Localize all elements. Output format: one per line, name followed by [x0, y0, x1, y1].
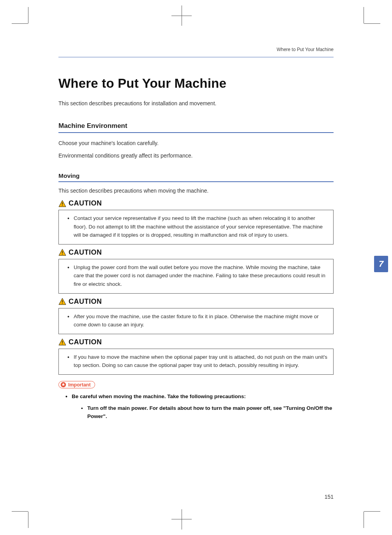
- important-lead: Be careful when moving the machine. Take…: [72, 393, 246, 399]
- caution-label: CAUTION: [58, 338, 334, 346]
- important-text: Important: [68, 382, 91, 388]
- important-subitem: Turn off the main power. For details abo…: [81, 404, 334, 421]
- crop-mark: [364, 23, 380, 24]
- crop-mark: [28, 7, 28, 23]
- crop-mark: [12, 511, 28, 512]
- caution-text: CAUTION: [69, 298, 102, 306]
- chapter-tab: 7: [374, 256, 388, 272]
- svg-rect-7: [62, 344, 63, 344]
- running-head-rule: [58, 57, 334, 57]
- moving-intro: This section describes precautions when …: [58, 187, 334, 195]
- crop-mark: [182, 509, 182, 530]
- svg-rect-4: [62, 300, 63, 303]
- important-item: Be careful when moving the machine. Take…: [65, 392, 334, 421]
- intro-text: This section describes precautions for i…: [58, 100, 334, 106]
- caution-item: Contact your service representative if y…: [67, 214, 328, 239]
- warning-triangle-icon: [58, 338, 66, 345]
- env-p2: Environmental conditions greatly affect …: [58, 152, 334, 160]
- caution-box: Unplug the power cord from the wall outl…: [58, 259, 334, 294]
- caution-text: CAUTION: [69, 338, 102, 346]
- caution-box: If you have to move the machine when the…: [58, 349, 334, 375]
- page-title: Where to Put Your Machine: [58, 76, 334, 91]
- caution-box: After you move the machine, use the cast…: [58, 308, 334, 334]
- caution-text: CAUTION: [69, 199, 102, 207]
- section-heading-environment: Machine Environment: [58, 122, 334, 133]
- warning-triangle-icon: [58, 249, 66, 256]
- env-p1: Choose your machine's location carefully…: [58, 139, 334, 148]
- svg-rect-5: [62, 303, 63, 304]
- warning-triangle-icon: [58, 298, 66, 305]
- caution-label: CAUTION: [58, 199, 334, 207]
- svg-rect-2: [62, 251, 63, 253]
- crop-mark: [12, 23, 28, 24]
- important-sublist: Turn off the main power. For details abo…: [72, 404, 334, 421]
- page-number: 151: [325, 494, 334, 500]
- svg-rect-0: [62, 202, 63, 204]
- section-heading-moving: Moving: [58, 172, 334, 182]
- caution-label: CAUTION: [58, 298, 334, 306]
- svg-rect-6: [62, 341, 63, 343]
- caution-box: Contact your service representative if y…: [58, 210, 334, 244]
- crop-mark: [182, 5, 182, 26]
- caution-item: If you have to move the machine when the…: [67, 353, 328, 370]
- running-head: Where to Put Your Machine: [58, 47, 334, 53]
- crop-mark: [364, 511, 380, 512]
- crop-mark: [28, 512, 28, 528]
- warning-triangle-icon: [58, 200, 66, 207]
- caution-label: CAUTION: [58, 248, 334, 257]
- svg-rect-3: [62, 254, 63, 255]
- crop-mark: [364, 512, 364, 528]
- caution-text: CAUTION: [69, 248, 102, 257]
- important-label: Important: [58, 381, 95, 388]
- page-content: Where to Put Your Machine Where to Put Y…: [31, 23, 361, 512]
- important-list: Be careful when moving the machine. Take…: [58, 392, 334, 421]
- crop-mark: [364, 7, 364, 23]
- star-icon: [60, 382, 66, 388]
- svg-rect-1: [62, 205, 63, 206]
- caution-item: After you move the machine, use the cast…: [67, 312, 328, 329]
- caution-item: Unplug the power cord from the wall outl…: [67, 263, 328, 289]
